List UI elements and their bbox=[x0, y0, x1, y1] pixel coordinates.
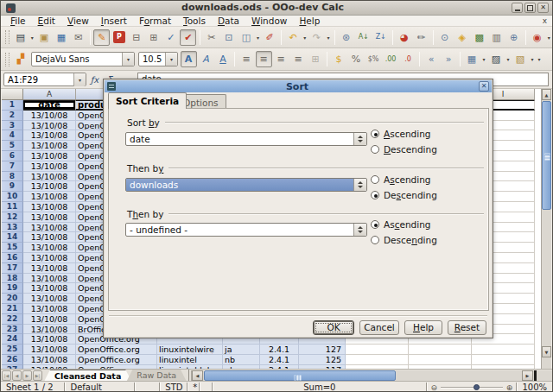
format-standard-icon[interactable]: $% bbox=[365, 51, 382, 67]
cell-E26[interactable]: 2.4.1 bbox=[260, 355, 299, 365]
row-header-7[interactable]: 7 bbox=[2, 161, 23, 172]
zoom-percentage[interactable]: 100% bbox=[517, 383, 552, 392]
descending-radio-2[interactable]: Descending bbox=[371, 190, 437, 200]
menu-view[interactable]: View bbox=[61, 16, 95, 27]
descending-radio-1[interactable]: Descending bbox=[371, 144, 437, 155]
radio-icon[interactable] bbox=[371, 236, 379, 244]
cell-I25[interactable] bbox=[472, 345, 535, 355]
zoom-out-icon[interactable]: ⊖ bbox=[430, 383, 437, 392]
help-icon[interactable]: ◉ bbox=[529, 29, 545, 46]
vertical-scrollbar[interactable]: ▲ ▼ bbox=[541, 89, 551, 369]
cell-A23[interactable]: 13/10/08 bbox=[23, 325, 76, 335]
underline-icon[interactable]: A bbox=[215, 51, 232, 67]
row-header-19[interactable]: 19 bbox=[2, 283, 23, 294]
cell-A15[interactable]: 13/10/08 bbox=[23, 243, 76, 253]
radio-icon[interactable] bbox=[371, 175, 379, 184]
paste-dropdown-icon[interactable]: ▾ bbox=[255, 29, 261, 46]
row-header-13[interactable]: 13 bbox=[2, 223, 23, 233]
row-header-6[interactable]: 6 bbox=[2, 151, 23, 161]
ascending-radio-1[interactable]: Ascending bbox=[371, 129, 430, 139]
undo-icon[interactable]: ↶ bbox=[285, 29, 302, 46]
border-color-icon[interactable]: ▧ bbox=[512, 51, 529, 67]
ascending-radio-2[interactable]: Ascending bbox=[371, 174, 430, 185]
row-header-18[interactable]: 18 bbox=[2, 274, 23, 284]
email-icon[interactable]: ✉ bbox=[70, 29, 86, 46]
align-right-icon[interactable]: ≡ bbox=[273, 51, 289, 67]
cell-A16[interactable]: 13/10/08 bbox=[23, 253, 76, 263]
percent-icon[interactable]: % bbox=[348, 51, 365, 67]
toolbar-grip[interactable] bbox=[5, 53, 10, 66]
background-color-icon[interactable]: ▨ bbox=[488, 51, 505, 67]
find-replace-icon[interactable]: ⊙ bbox=[436, 29, 453, 46]
cell-A5[interactable]: 13/10/08 bbox=[23, 141, 76, 151]
minimize-button[interactable] bbox=[512, 3, 523, 13]
row-header-24[interactable]: 24 bbox=[2, 334, 23, 345]
row-header-25[interactable]: 25 bbox=[2, 345, 23, 355]
row-header-4[interactable]: 4 bbox=[2, 130, 23, 141]
delete-decimal-icon[interactable]: .0 bbox=[400, 51, 416, 67]
ascending-radio-3[interactable]: Ascending bbox=[371, 219, 430, 230]
row-header-23[interactable]: 23 bbox=[2, 325, 23, 335]
cell-B26[interactable]: OpenOffice.org bbox=[76, 355, 157, 365]
then-by-combo-1[interactable]: downloads bbox=[125, 178, 367, 192]
ok-button[interactable]: OK bbox=[313, 320, 354, 335]
menu-help[interactable]: Help bbox=[293, 16, 326, 27]
cell-G25[interactable] bbox=[346, 345, 409, 355]
sort-ascending-icon[interactable]: A↓ bbox=[355, 29, 372, 46]
close-button[interactable]: ✕ bbox=[537, 3, 549, 13]
cell-F25[interactable]: 127 bbox=[299, 345, 346, 355]
cell-A6[interactable]: 13/10/08 bbox=[23, 151, 76, 161]
function-wizard-icon[interactable]: ƒx bbox=[87, 73, 102, 87]
menu-insert[interactable]: Insert bbox=[95, 16, 133, 27]
cell-A26[interactable]: 13/10/08 bbox=[23, 355, 76, 365]
cell-A8[interactable]: 13/10/08 bbox=[23, 172, 76, 182]
row-header-22[interactable]: 22 bbox=[2, 314, 23, 325]
undo-dropdown-icon[interactable]: ▾ bbox=[302, 29, 308, 46]
redo-dropdown-icon[interactable]: ▾ bbox=[325, 29, 331, 46]
menu-file[interactable]: File bbox=[4, 16, 32, 27]
last-sheet-icon[interactable]: ▶| bbox=[33, 370, 42, 381]
save-icon[interactable]: ▦ bbox=[53, 29, 69, 46]
name-box[interactable]: A1:F29 ▾ bbox=[3, 73, 86, 86]
zoom-slider-thumb[interactable] bbox=[474, 384, 480, 390]
sum-display[interactable]: Sum=0 bbox=[213, 383, 427, 392]
close-document-icon[interactable]: x bbox=[543, 16, 547, 25]
cell-C25[interactable]: linuxintelwire bbox=[157, 345, 223, 355]
scroll-up-icon[interactable]: ▲ bbox=[542, 89, 551, 100]
merge-cells-icon[interactable]: ⊞ bbox=[308, 51, 324, 67]
row-header-20[interactable]: 20 bbox=[2, 294, 23, 304]
cell-D25[interactable]: ja bbox=[223, 345, 260, 355]
row-header-21[interactable]: 21 bbox=[2, 304, 23, 314]
bold-icon[interactable]: A bbox=[181, 51, 197, 67]
background-color-dropdown-icon[interactable]: ▾ bbox=[505, 51, 512, 67]
cell-A7[interactable]: 13/10/08 bbox=[23, 161, 76, 172]
chart-icon[interactable]: ◕ bbox=[396, 29, 412, 46]
next-sheet-icon[interactable]: ▶ bbox=[22, 370, 32, 381]
auto-spellcheck-icon[interactable]: ✔ bbox=[180, 29, 196, 46]
selection-mode[interactable]: STD bbox=[160, 383, 188, 392]
styles-icon[interactable]: ▞ bbox=[13, 51, 29, 67]
cell-A14[interactable]: 13/10/08 bbox=[23, 232, 76, 243]
sort-by-combo[interactable]: date bbox=[125, 132, 367, 146]
select-all-corner[interactable] bbox=[2, 89, 23, 100]
add-decimal-icon[interactable]: .00 bbox=[383, 51, 399, 67]
navigator-icon[interactable]: ◈ bbox=[454, 29, 470, 46]
new-document-icon[interactable]: ▤ bbox=[12, 29, 29, 46]
redo-icon[interactable]: ↷ bbox=[308, 29, 325, 46]
cell-A22[interactable]: 13/10/08 bbox=[23, 314, 76, 325]
row-header-3[interactable]: 3 bbox=[2, 121, 23, 131]
cell-A9[interactable]: 13/10/08 bbox=[23, 181, 76, 192]
cell-A1[interactable]: date bbox=[23, 100, 76, 111]
cell-A4[interactable]: 13/10/08 bbox=[23, 130, 76, 141]
currency-icon[interactable]: $ bbox=[331, 51, 347, 67]
borders-dropdown-icon[interactable]: ▾ bbox=[480, 51, 487, 67]
toolbar-overflow-icon[interactable]: ▾ bbox=[536, 51, 543, 67]
row-header-12[interactable]: 12 bbox=[2, 212, 23, 223]
hyperlink-icon[interactable]: ⊛ bbox=[338, 29, 354, 46]
decrease-indent-icon[interactable]: « bbox=[423, 51, 440, 67]
row-header-15[interactable]: 15 bbox=[2, 243, 23, 253]
cell-A25[interactable]: 13/10/08 bbox=[23, 345, 76, 355]
toolbar-grip[interactable] bbox=[5, 30, 10, 44]
scroll-left-icon[interactable]: ◀ bbox=[192, 370, 203, 381]
toolbar-overflow-icon[interactable]: ▾ bbox=[546, 29, 552, 46]
